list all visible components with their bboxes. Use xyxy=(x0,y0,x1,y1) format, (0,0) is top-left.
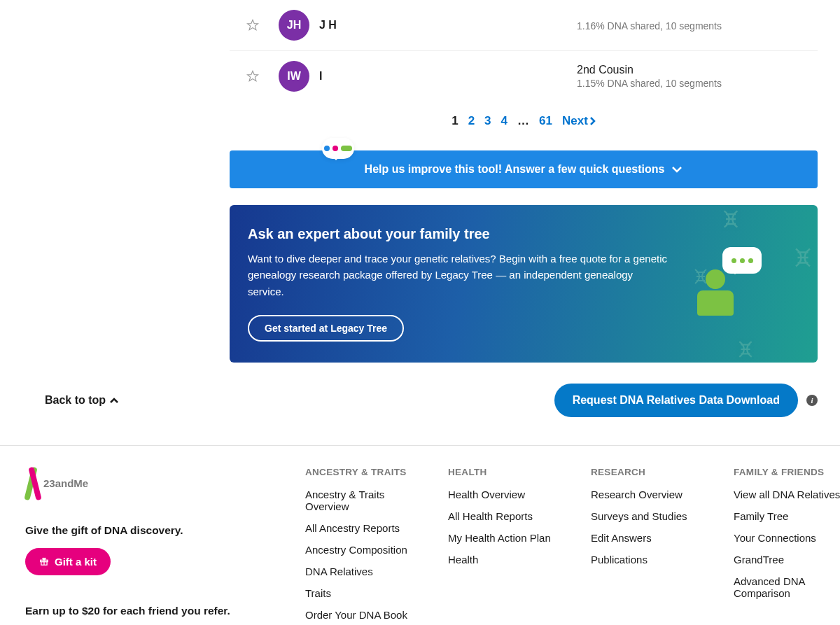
relative-name: J H xyxy=(319,19,577,31)
page-next-label: Next xyxy=(562,114,588,128)
back-to-top-label: Back to top xyxy=(45,394,106,407)
footer-column: FAMILY & FRIENDS View all DNA Relatives … xyxy=(734,467,840,625)
footer-link[interactable]: View all DNA Relatives xyxy=(734,489,840,500)
footer-column-heading: FAMILY & FRIENDS xyxy=(734,467,840,477)
footer-link[interactable]: All Health Reports xyxy=(448,510,571,522)
dna-shared-label: 1.16% DNA shared, 10 segments xyxy=(577,20,801,31)
svg-marker-0 xyxy=(248,20,258,30)
expert-cta-button[interactable]: Get started at Legacy Tree xyxy=(248,315,404,342)
gift-promo-heading: Give the gift of DNA discovery. xyxy=(25,524,277,537)
footer-link[interactable]: All Ancestry Reports xyxy=(305,522,428,534)
svg-marker-1 xyxy=(248,71,258,81)
footer-link[interactable]: Ancestry Composition xyxy=(305,544,428,556)
brand-name: 23andMe xyxy=(43,477,88,489)
footer-column-heading: HEALTH xyxy=(448,467,571,477)
footer-column: ANCESTRY & TRAITS Ancestry & Traits Over… xyxy=(305,467,428,625)
footer-link[interactable]: Publications xyxy=(591,554,714,566)
star-icon[interactable] xyxy=(246,19,259,31)
refer-promo-heading: Earn up to $20 for each friend you refer… xyxy=(25,605,277,617)
pagination: 1 2 3 4 … 61 Next xyxy=(230,101,818,145)
gift-kit-label: Gift a kit xyxy=(55,556,97,568)
page-link[interactable]: 4 xyxy=(501,114,507,128)
expert-description: Want to dive deeper and trace your genet… xyxy=(248,251,668,300)
footer-link[interactable]: Family Tree xyxy=(734,510,840,522)
chevron-down-icon xyxy=(671,166,682,173)
footer-link[interactable]: DNA Relatives xyxy=(305,566,428,577)
dna-icon xyxy=(721,209,741,229)
footer-link[interactable]: Health Overview xyxy=(448,489,571,500)
page-ellipsis: … xyxy=(517,114,529,128)
expert-title: Ask an expert about your family tree xyxy=(248,226,668,242)
footer-link[interactable]: Traits xyxy=(305,587,428,599)
dna-icon xyxy=(736,340,755,358)
footer-column: RESEARCH Research Overview Surveys and S… xyxy=(591,467,714,625)
expert-graphic xyxy=(685,241,790,325)
footer-link[interactable]: Ancestry & Traits Overview xyxy=(305,489,428,512)
relative-row[interactable]: JH J H 1.16% DNA shared, 10 segments xyxy=(230,0,818,51)
page-current: 1 xyxy=(451,114,458,128)
footer-link[interactable]: Surveys and Studies xyxy=(591,510,714,522)
relative-name: I xyxy=(319,70,577,83)
footer-link[interactable]: Advanced DNA Comparison xyxy=(734,575,840,599)
star-icon[interactable] xyxy=(246,70,259,83)
footer-column-heading: RESEARCH xyxy=(591,467,714,477)
footer-link[interactable]: Health xyxy=(448,554,571,566)
gift-icon xyxy=(39,556,49,566)
logo-mark-icon xyxy=(25,467,41,500)
avatar: IW xyxy=(279,61,309,92)
download-data-button[interactable]: Request DNA Relatives Data Download xyxy=(554,384,798,417)
page-next[interactable]: Next xyxy=(562,114,596,128)
dna-shared-label: 1.15% DNA shared, 10 segments xyxy=(577,78,801,89)
gift-kit-button[interactable]: Gift a kit xyxy=(25,548,111,575)
relationship-label: 2nd Cousin xyxy=(577,64,801,76)
person-icon xyxy=(706,269,725,289)
back-to-top-button[interactable]: Back to top xyxy=(45,394,118,407)
feedback-text: Help us improve this tool! Answer a few … xyxy=(365,163,665,176)
page-link[interactable]: 2 xyxy=(468,114,475,128)
footer-link[interactable]: My Health Action Plan xyxy=(448,532,571,544)
person-icon xyxy=(697,290,734,316)
footer: 23andMe Give the gift of DNA discovery. … xyxy=(0,445,840,625)
expert-card: Ask an expert about your family tree Wan… xyxy=(230,205,818,363)
footer-link[interactable]: GrandTree xyxy=(734,554,840,566)
footer-column-heading: ANCESTRY & TRAITS xyxy=(305,467,428,477)
chevron-up-icon xyxy=(110,398,118,403)
speech-bubble-icon xyxy=(322,138,354,159)
info-icon[interactable]: i xyxy=(806,395,818,406)
footer-link[interactable]: Your Connections xyxy=(734,532,840,544)
relative-row[interactable]: IW I 2nd Cousin 1.15% DNA shared, 10 seg… xyxy=(230,51,818,101)
brand-logo[interactable]: 23andMe xyxy=(25,467,277,500)
page-link-last[interactable]: 61 xyxy=(539,114,552,128)
footer-column: HEALTH Health Overview All Health Report… xyxy=(448,467,571,625)
feedback-banner[interactable]: Help us improve this tool! Answer a few … xyxy=(230,150,818,188)
avatar: JH xyxy=(279,10,309,41)
chevron-right-icon xyxy=(589,117,596,125)
footer-link[interactable]: Research Overview xyxy=(591,489,714,500)
dna-icon xyxy=(792,247,813,268)
footer-link[interactable]: Order Your DNA Book xyxy=(305,609,428,621)
chat-bubble-icon xyxy=(722,247,762,274)
footer-link[interactable]: Edit Answers xyxy=(591,532,714,544)
page-link[interactable]: 3 xyxy=(484,114,491,128)
